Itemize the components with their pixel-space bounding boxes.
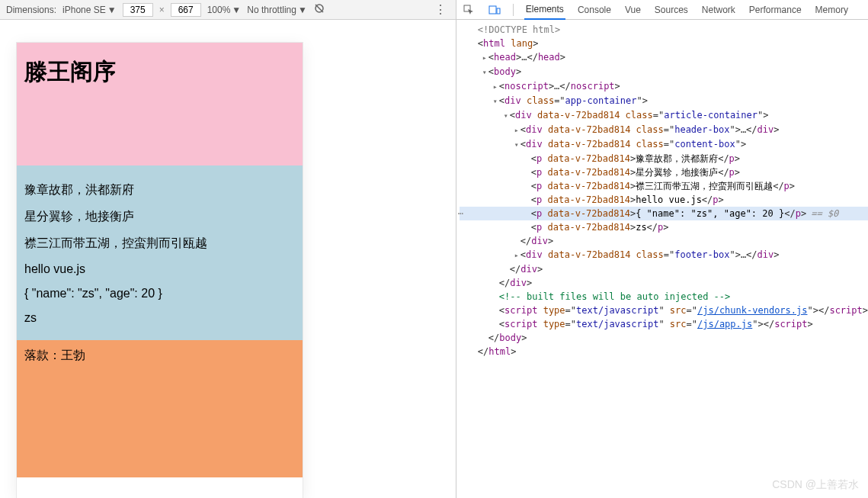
paragraph: 襟三江而带五湖，控蛮荆而引瓯越 — [24, 236, 295, 252]
content-box: 豫章故郡，洪都新府 星分翼轸，地接衡庐 襟三江而带五湖，控蛮荆而引瓯越 hell… — [17, 165, 303, 340]
preview-area: 滕王阁序 豫章故郡，洪都新府 星分翼轸，地接衡庐 襟三江而带五湖，控蛮荆而引瓯越… — [0, 20, 456, 498]
tab-console[interactable]: Console — [576, 1, 613, 19]
tab-memory[interactable]: Memory — [814, 1, 850, 19]
tree-doctype: <!DOCTYPE html> — [478, 24, 560, 35]
tab-network[interactable]: Network — [700, 1, 737, 19]
article-title: 滕王阁序 — [24, 56, 295, 88]
right-pane: Elements Console Vue Sources Network Per… — [456, 0, 868, 498]
throttling-select[interactable]: No throttling▼ — [247, 5, 307, 15]
elements-tree[interactable]: <!DOCTYPE html> <html lang> ▸<head>…</he… — [456, 20, 868, 498]
paragraph: 星分翼轸，地接衡庐 — [24, 209, 295, 225]
chevron-down-icon: ▼ — [298, 5, 307, 15]
more-options-icon[interactable]: ⋮ — [431, 2, 450, 17]
device-frame: 滕王阁序 豫章故郡，洪都新府 星分翼轸，地接衡庐 襟三江而带五湖，控蛮荆而引瓯越… — [17, 43, 303, 498]
svg-rect-3 — [489, 6, 496, 14]
left-pane: Dimensions: iPhone SE▼ × 100%▼ No thrott… — [0, 0, 456, 498]
rotate-icon[interactable] — [313, 2, 325, 17]
paragraph: hello vue.js — [24, 262, 295, 276]
dimensions-label: Dimensions: — [6, 5, 56, 15]
header-box: 滕王阁序 — [17, 43, 303, 165]
selected-node[interactable]: ⋯<p data-v-72bad814>{ "name": "zs", "age… — [460, 207, 868, 220]
width-input[interactable] — [123, 3, 153, 17]
tab-sources[interactable]: Sources — [653, 1, 690, 19]
times-icon: × — [159, 5, 165, 15]
tab-vue[interactable]: Vue — [623, 1, 642, 19]
device-toolbar: Dimensions: iPhone SE▼ × 100%▼ No thrott… — [0, 0, 456, 20]
footer-text: 落款：王勃 — [24, 349, 85, 361]
tab-performance[interactable]: Performance — [748, 1, 803, 19]
height-input[interactable] — [171, 3, 201, 17]
paragraph: zs — [24, 311, 295, 325]
inspect-icon[interactable] — [461, 2, 476, 18]
device-toggle-icon[interactable] — [487, 2, 502, 18]
paragraph: { "name": "zs", "age": 20 } — [24, 287, 295, 300]
device-select[interactable]: iPhone SE▼ — [62, 5, 117, 15]
footer-box: 落款：王勃 — [17, 340, 303, 477]
devtools-toolbar: Elements Console Vue Sources Network Per… — [456, 0, 868, 20]
svg-rect-4 — [497, 8, 500, 14]
paragraph: 豫章故郡，洪都新府 — [24, 182, 295, 198]
tab-elements[interactable]: Elements — [524, 0, 565, 20]
zoom-select[interactable]: 100%▼ — [207, 5, 242, 15]
chevron-down-icon: ▼ — [232, 5, 241, 15]
chevron-down-icon: ▼ — [107, 5, 117, 15]
